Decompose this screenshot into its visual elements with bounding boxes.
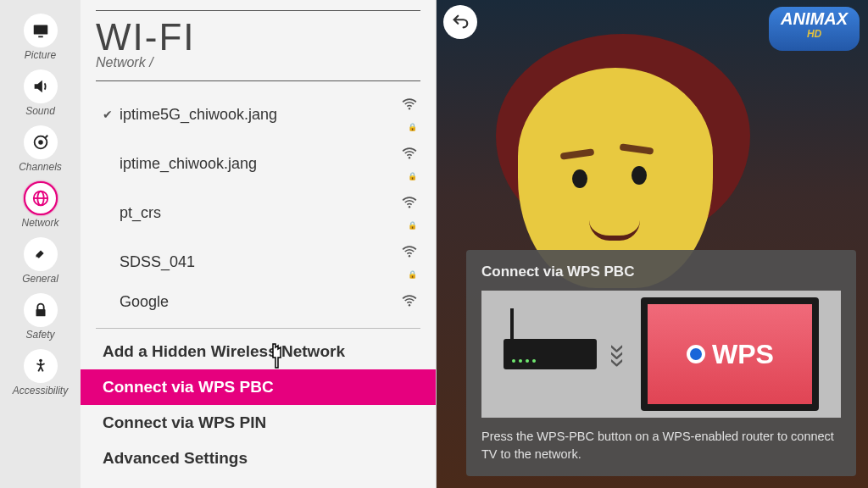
divider [96,328,420,329]
page-title: WI-FI [96,16,420,58]
divider [96,10,420,11]
tv-preview: ANIMAX HD Connect via WPS PBC ››› WPS Pr… [437,0,868,488]
sidebar-item-label: Accessibility [13,385,68,396]
back-arrow-icon [451,13,470,31]
wifi-signal-icon: 🔒 [395,195,417,230]
sidebar-item-sound[interactable]: Sound [0,63,81,119]
svg-rect-1 [38,36,43,37]
safety-icon [24,293,58,327]
help-description: Press the WPS-PBC button on a WPS-enable… [481,428,841,463]
divider [96,80,420,81]
sidebar-item-channels[interactable]: Channels [0,119,81,175]
sidebar-item-network[interactable]: Network [0,175,81,230]
sidebar-item-label: Channels [19,161,62,173]
router-icon [504,339,597,369]
sound-icon [24,69,58,103]
option-connect-wps-pbc[interactable]: Connect via WPS PBC [81,369,436,405]
sidebar-item-safety[interactable]: Safety [0,286,81,342]
wifi-network-item[interactable]: iptime_chiwook.jang 🔒 [96,139,420,188]
wifi-network-list: ✔ iptime5G_chiwook.jang 🔒 iptime_chiwook… [96,83,420,324]
svg-point-13 [409,255,410,257]
option-add-hidden-network[interactable]: Add a Hidden Wireless Network [96,334,420,369]
wifi-network-item[interactable]: SDSS_041 🔒 [96,237,420,286]
channel-sub: HD [781,29,848,39]
help-title: Connect via WPS PBC [481,263,841,280]
wps-diagram: ››› WPS [481,291,841,418]
channel-name: ANIMAX [781,9,848,28]
back-button[interactable] [443,5,477,39]
wifi-signal-icon: 🔒 [395,244,417,280]
general-icon [24,237,58,271]
sidebar-item-general[interactable]: General [0,230,81,286]
wifi-signal-icon: 🔒 [395,97,417,132]
wifi-signal-icon: 🔒 [395,146,417,181]
channels-icon [24,125,58,159]
sidebar-item-label: Picture [25,49,56,61]
svg-point-9 [39,359,42,363]
svg-point-10 [409,108,410,109]
wifi-network-item[interactable]: pt_crs 🔒 [96,188,420,237]
svg-point-7 [36,257,38,259]
sidebar-item-accessibility[interactable]: Accessibility [0,342,81,398]
sidebar-item-label: Safety [25,329,54,341]
wps-label: WPS [712,339,774,370]
svg-rect-0 [33,25,47,35]
pointer-cursor-icon [264,342,290,376]
option-connect-wps-pin[interactable]: Connect via WPS PIN [96,405,420,441]
wifi-ssid: SDSS_041 [116,253,395,271]
wifi-ssid: Google [116,293,395,311]
wifi-ssid: iptime_chiwook.jang [116,155,395,173]
wifi-network-item[interactable]: Google [96,286,420,318]
settings-sidebar: Picture Sound Channels Network General S… [0,0,81,488]
svg-point-14 [409,304,410,306]
svg-point-3 [38,140,43,145]
network-icon [24,181,58,215]
signal-waves-icon: ››› [603,344,636,365]
wifi-network-item[interactable]: ✔ iptime5G_chiwook.jang 🔒 [96,90,420,139]
breadcrumb: Network / [96,55,420,70]
option-advanced-settings[interactable]: Advanced Settings [96,441,420,476]
sidebar-item-label: General [22,273,58,285]
wifi-ssid: iptime5G_chiwook.jang [116,106,395,124]
help-info-card: Connect via WPS PBC ››› WPS Press the WP… [466,250,856,476]
svg-rect-8 [36,309,45,316]
wifi-signal-icon [395,293,417,311]
connected-check-icon: ✔ [99,108,116,121]
picture-icon [24,14,58,47]
wifi-ssid: pt_crs [116,204,395,222]
channel-logo: ANIMAX HD [769,7,860,51]
tv-icon: WPS [641,297,819,411]
wifi-settings-panel: WI-FI Network / ✔ iptime5G_chiwook.jang … [81,0,437,488]
sidebar-item-label: Sound [25,105,55,117]
wifi-options-list: Add a Hidden Wireless Network Connect vi… [96,334,420,476]
sidebar-item-label: Network [21,217,58,229]
sidebar-item-picture[interactable]: Picture [0,7,81,63]
accessibility-icon [24,349,58,383]
svg-point-11 [409,157,410,158]
svg-point-12 [409,206,410,208]
